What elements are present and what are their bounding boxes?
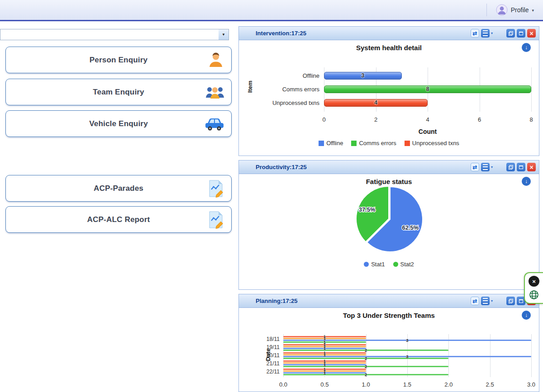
acp-parades-button[interactable]: ACP-Parades	[5, 175, 232, 202]
x-tick-label: 3.0	[527, 381, 535, 388]
legend-item: Comms errors	[351, 140, 396, 146]
category-label: Unprocessed txns	[239, 99, 324, 106]
pie-value-label: 62.5%	[402, 224, 419, 231]
panel-header[interactable]: Productivity:17:25 ⇄ ▾ ×	[239, 161, 539, 174]
panel-productivity: Productivity:17:25 ⇄ ▾ × Fatigue status …	[238, 160, 539, 290]
menu-icon[interactable]	[481, 163, 490, 171]
vehicle-enquiry-button[interactable]: Vehicle Enquiry	[5, 110, 232, 137]
panel-header[interactable]: Planning:17:25 ⇄ ▾ ×	[239, 294, 539, 308]
refresh-icon[interactable]: ⇄	[471, 29, 479, 38]
legend-label: Comms errors	[359, 140, 396, 146]
chevron-down-icon: ▾	[532, 8, 534, 13]
close-circle-icon[interactable]: ×	[529, 276, 539, 287]
category-label: 21/11	[239, 360, 283, 367]
x-tick-label: 6	[478, 116, 481, 123]
button-label: Person Enquiry	[90, 56, 148, 65]
bar-value-label: 2	[365, 364, 367, 369]
panel-title: Planning:17:25	[256, 298, 297, 304]
bar: 1	[283, 354, 366, 355]
x-tick-label: 2.5	[486, 381, 494, 388]
topbar-divider	[486, 4, 487, 16]
bar-value-label: 2	[365, 372, 367, 377]
legend-swatch	[393, 262, 398, 267]
square-glyph	[519, 32, 523, 35]
chart-title: Top 3 Under Strength Teams	[239, 312, 539, 319]
team-enquiry-button[interactable]: Team Enquiry	[5, 79, 232, 105]
chart-row: 18/111131	[239, 335, 539, 343]
bar-track: 1132	[283, 352, 531, 359]
x-tick-label: 0	[322, 116, 325, 123]
bar-track: 1112	[283, 360, 531, 367]
bar-value-label: 3	[406, 338, 408, 343]
maximize-icon[interactable]	[517, 29, 525, 38]
x-tick-label: 1.0	[362, 381, 370, 388]
report-icon	[208, 179, 225, 198]
pie-chart: 62.5%37.5%	[348, 178, 429, 260]
button-label: ACP-ALC Report	[87, 215, 150, 224]
legend-swatch	[351, 141, 357, 146]
bar: 2	[283, 349, 448, 351]
bar-value-label: 2	[365, 356, 367, 361]
floating-toolbar: ×	[524, 272, 543, 304]
x-tick-label: 4	[426, 116, 429, 123]
download-icon[interactable]: ↓	[522, 43, 531, 52]
combobox-text[interactable]	[0, 29, 219, 40]
bar-value-label: 1	[324, 352, 326, 357]
popout-icon[interactable]	[506, 163, 515, 171]
download-icon[interactable]: ↓	[522, 177, 531, 186]
pie-value-label: 37.5%	[359, 206, 376, 213]
overlapping-squares	[509, 165, 513, 170]
button-label: Vehicle Enquiry	[89, 119, 148, 128]
profile-button[interactable]: Profile ▾	[492, 3, 538, 17]
car-icon	[204, 116, 225, 132]
legend-swatch	[364, 262, 369, 267]
legend-swatch	[405, 141, 410, 146]
menu-icon[interactable]	[481, 297, 490, 305]
bar: 1	[283, 364, 366, 365]
bar-track: 1131	[283, 336, 531, 343]
hamburger-lines	[483, 164, 488, 170]
x-tick-label: 0.0	[279, 381, 287, 388]
bar: 1	[283, 372, 366, 373]
bar-track: 3	[324, 72, 531, 80]
combobox-dropdown-button[interactable]: ▼	[219, 29, 229, 40]
bar: 1	[283, 348, 366, 349]
bar-track: 4	[324, 99, 531, 107]
chevron-down-icon[interactable]: ▾	[491, 299, 493, 303]
square-glyph	[519, 165, 523, 169]
chart-row: Offline3	[239, 69, 539, 82]
download-icon[interactable]: ↓	[522, 311, 531, 320]
close-icon[interactable]: ×	[527, 29, 536, 38]
person-enquiry-button[interactable]: Person Enquiry	[5, 47, 232, 73]
chart-row: Comms errors8	[239, 82, 539, 96]
chevron-down-icon[interactable]: ▾	[491, 31, 493, 35]
menu-icon[interactable]	[481, 29, 490, 38]
refresh-icon[interactable]: ⇄	[471, 297, 479, 305]
dashboard-app: Profile ▾ ▼ Person Enquiry Team Enquiry	[0, 0, 543, 392]
button-label: ACP-Parades	[94, 184, 143, 193]
bar-track: 8	[324, 85, 531, 93]
x-axis: 02468	[324, 116, 531, 124]
legend-label: Stat2	[400, 261, 414, 268]
acp-alc-report-button[interactable]: ACP-ALC Report	[5, 206, 232, 233]
bar-chart: Offline3Comms errors8Unprocessed txns4	[239, 69, 539, 109]
close-icon[interactable]: ×	[527, 163, 536, 171]
popout-icon[interactable]	[506, 297, 515, 305]
refresh-icon[interactable]: ⇄	[471, 163, 479, 171]
square-glyph	[519, 299, 523, 303]
chevron-down-icon[interactable]: ▾	[491, 165, 493, 169]
panel-header[interactable]: Intervention:17:25 ⇄ ▾ ×	[239, 27, 539, 40]
x-axis: 0.00.51.01.52.02.53.0	[283, 381, 531, 389]
enquiry-combobox[interactable]: ▼	[0, 29, 229, 40]
bar-value-label: 8	[426, 86, 429, 92]
x-tick-label: 1.5	[403, 381, 411, 388]
maximize-icon[interactable]	[517, 163, 525, 171]
avatar-icon	[496, 4, 508, 16]
legend-swatch	[319, 141, 324, 146]
category-label: 19/11	[239, 344, 283, 350]
popout-icon[interactable]	[506, 29, 515, 38]
bar-value-label: 3	[362, 72, 365, 79]
globe-icon[interactable]	[529, 289, 539, 300]
chart-row: Unprocessed txns4	[239, 96, 539, 109]
bar: 1	[283, 338, 366, 339]
